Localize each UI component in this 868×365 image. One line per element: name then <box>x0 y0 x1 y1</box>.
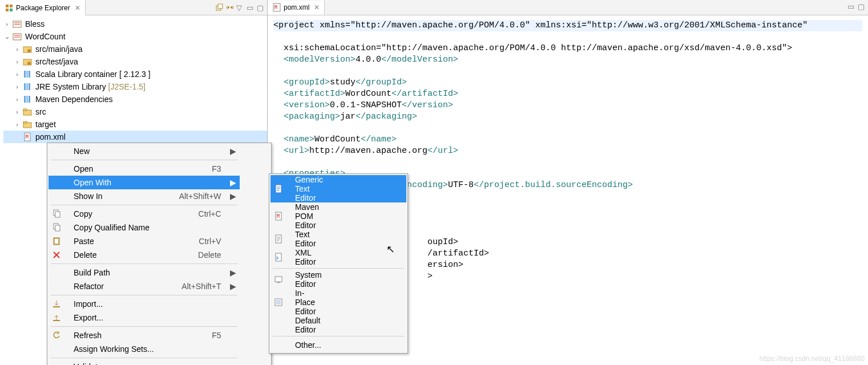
tree-project-wordcount[interactable]: ⌄ WordCount <box>3 30 267 43</box>
paste-icon <box>49 234 66 248</box>
menu-item[interactable]: Default Editor <box>271 316 406 334</box>
context-menu[interactable]: New▶OpenF3Open With▶Show InAlt+Shift+W▶C… <box>47 143 272 365</box>
submenu-arrow-icon <box>227 248 240 262</box>
submenu-arrow-icon <box>396 338 406 352</box>
menu-item[interactable]: Open With▶ <box>49 176 240 189</box>
menu-item[interactable]: Assign Working Sets... <box>49 342 240 356</box>
menu-item[interactable]: DeleteDelete <box>49 248 240 262</box>
menu-item-shortcut <box>162 221 227 234</box>
menu-icon-slot <box>49 162 66 176</box>
tree-item-label: src/main/java <box>34 43 83 55</box>
menu-item[interactable]: New▶ <box>49 144 240 158</box>
watermark: https://blog.csdn.net/qq_41188880 <box>760 355 865 363</box>
menu-item[interactable]: In-Place Editor <box>271 289 406 316</box>
menu-item[interactable]: RefreshF5 <box>49 328 240 342</box>
scala-project-icon <box>13 32 22 41</box>
menu-item-label: Validate <box>66 360 162 365</box>
menu-item-label: Copy Qualified Name <box>66 221 162 234</box>
close-icon[interactable]: ✕ <box>312 3 320 11</box>
chevron-right-icon[interactable]: › <box>14 93 21 106</box>
collapse-all-icon[interactable] <box>216 3 224 11</box>
sys-icon <box>271 270 287 289</box>
open-with-submenu[interactable]: Generic Text EditorMMaven POM EditorText… <box>269 173 408 354</box>
menu-item[interactable]: CopyCtrl+C <box>49 207 240 221</box>
menu-item-shortcut: Delete <box>162 248 227 262</box>
explorer-header: Package Explorer ✕ ▽ ▭ ▢ <box>0 0 267 15</box>
svg-rect-21 <box>26 96 28 103</box>
menu-item-shortcut <box>331 270 396 289</box>
tree-item[interactable]: ›JRE System Library [J2SE-1.5] <box>3 80 267 93</box>
explorer-toolbar: ▽ ▭ ▢ <box>213 3 267 11</box>
maximize-icon[interactable]: ▢ <box>858 2 866 10</box>
tree-item[interactable]: ›target <box>3 118 267 131</box>
svg-point-13 <box>27 62 31 65</box>
tree-project-bless[interactable]: › Bless <box>3 18 267 30</box>
menu-item[interactable]: Build Path▶ <box>49 266 240 279</box>
minimize-icon[interactable]: ▭ <box>847 2 855 10</box>
library-icon <box>23 95 32 104</box>
chevron-right-icon[interactable]: › <box>14 55 21 68</box>
tree-item[interactable]: ›src/test/java <box>3 55 267 68</box>
menu-separator <box>49 293 240 297</box>
tree-item[interactable]: ›Maven Dependencies <box>3 93 267 106</box>
tree-item[interactable]: Mpom.xml <box>3 131 267 143</box>
chevron-right-icon[interactable]: › <box>14 68 21 80</box>
editor-tab-label: pom.xml <box>284 3 309 11</box>
export-icon <box>49 311 66 325</box>
submenu-arrow-icon <box>396 289 406 316</box>
menu-item[interactable]: Export... <box>49 311 240 325</box>
svg-rect-5 <box>218 4 223 9</box>
menu-item-label: Copy <box>66 207 162 221</box>
svg-text:M: M <box>26 135 29 140</box>
svg-rect-34 <box>55 225 60 231</box>
maximize-icon[interactable]: ▢ <box>257 3 265 11</box>
copy-icon <box>49 207 66 221</box>
menu-item[interactable]: MMaven POM Editor <box>271 202 406 230</box>
link-editor-icon[interactable] <box>226 3 234 11</box>
chevron-right-icon[interactable]: › <box>3 18 10 30</box>
tree-item[interactable]: ›src/main/java <box>3 43 267 55</box>
view-menu-icon[interactable]: ▽ <box>236 3 244 11</box>
menu-item[interactable]: Show InAlt+Shift+W▶ <box>49 189 240 203</box>
editor-tab-pom[interactable]: M pom.xml ✕ <box>268 1 325 15</box>
menu-item[interactable]: Copy Qualified Name <box>49 221 240 234</box>
menu-item-label: Generic Text Editor <box>287 175 331 202</box>
tree-item[interactable]: ›src <box>3 106 267 118</box>
svg-rect-26 <box>23 121 27 123</box>
menu-icon-slot <box>49 342 66 356</box>
menu-item[interactable]: Validate <box>49 360 240 365</box>
submenu-arrow-icon: ▶ <box>227 189 240 203</box>
svg-rect-24 <box>23 109 27 111</box>
submenu-arrow-icon <box>227 328 240 342</box>
menu-item[interactable]: Generic Text Editor <box>271 175 406 202</box>
menu-icon-slot <box>271 338 287 352</box>
svg-rect-37 <box>53 306 60 307</box>
minimize-icon[interactable]: ▭ <box>247 3 255 11</box>
chevron-right-icon[interactable]: › <box>14 43 21 55</box>
menu-item[interactable]: System Editor <box>271 270 406 289</box>
svg-rect-18 <box>26 83 28 90</box>
menu-item[interactable]: Import... <box>49 297 240 311</box>
submenu-arrow-icon <box>396 316 406 334</box>
submenu-arrow-icon <box>396 230 406 248</box>
chevron-down-icon[interactable]: ⌄ <box>3 30 10 43</box>
chevron-right-icon[interactable]: › <box>14 106 21 118</box>
chevron-right-icon[interactable]: › <box>14 118 21 131</box>
tree-item-label: JRE System Library [J2SE-1.5] <box>34 80 147 93</box>
menu-item-label: Refresh <box>66 328 162 342</box>
svg-rect-48 <box>276 300 281 305</box>
menu-item[interactable]: OpenF3 <box>49 162 240 176</box>
folder-icon <box>23 120 32 129</box>
project-tree[interactable]: › Bless ⌄ WordCount ›src/main/java›src/t… <box>0 15 267 143</box>
xml-icon: X <box>271 248 287 266</box>
svg-rect-16 <box>29 71 30 78</box>
close-icon[interactable]: ✕ <box>72 4 80 12</box>
menu-item[interactable]: PasteCtrl+V <box>49 234 240 248</box>
menu-item[interactable]: Other... <box>271 338 406 352</box>
text-icon <box>271 175 287 202</box>
menu-item[interactable]: RefactorAlt+Shift+T▶ <box>49 279 240 293</box>
tree-item[interactable]: ›Scala Library container [ 2.12.3 ] <box>3 68 267 80</box>
menu-item-label: Text Editor <box>287 230 331 248</box>
chevron-right-icon[interactable]: › <box>14 80 21 93</box>
package-explorer-tab[interactable]: Package Explorer ✕ <box>0 0 86 15</box>
